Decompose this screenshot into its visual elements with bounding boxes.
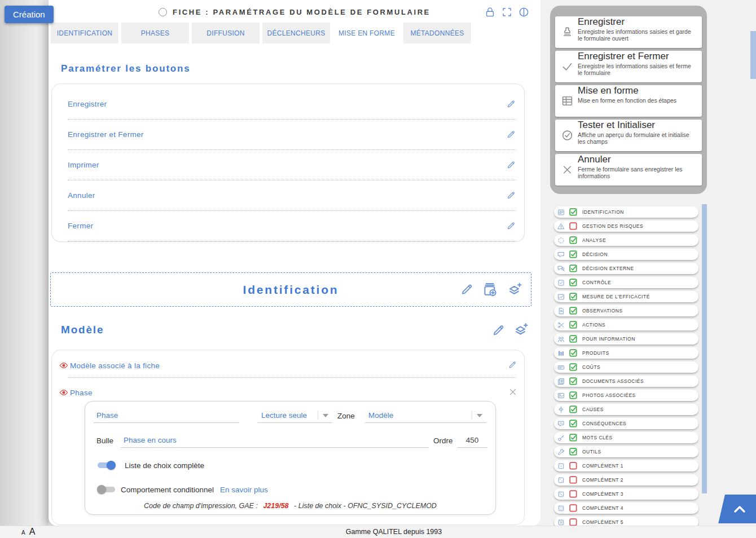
toggle-liste-de-choix-complete[interactable] (98, 462, 115, 468)
checklist-item-consequences[interactable]: CONSÉQUENCES (554, 418, 698, 429)
learn-more-link[interactable]: En savoir plus (220, 486, 268, 494)
pin-icon (557, 406, 565, 413)
checklist-item-complement-4[interactable]: COMPLÉMENT 4 (554, 502, 698, 514)
checkbox-checked-icon[interactable] (569, 307, 577, 315)
checkbox-checked-icon[interactable] (569, 420, 577, 427)
pencil-icon[interactable] (506, 99, 516, 109)
checklist-item-complement-3[interactable]: COMPLÉMENT 3 (554, 488, 698, 500)
checklist-item-identification[interactable]: IDENTIFICATION (554, 206, 698, 218)
checklist-item-mesure-de-l-efficacite[interactable]: MESURE DE L'EFFICACITÉ (554, 291, 698, 302)
creation-button[interactable]: Création (5, 6, 54, 23)
checkbox-unchecked-icon[interactable] (569, 222, 577, 230)
checkbox-checked-icon[interactable] (569, 250, 577, 258)
action-card-enregistrer[interactable]: EnregistrerEnregistre les informations s… (555, 16, 702, 48)
checklist-item-produits[interactable]: PRODUITS (554, 347, 698, 359)
tabbar: IDENTIFICATIONPHASESDIFFUSIONDÉCLENCHEUR… (51, 23, 471, 43)
action-card-tester-et-initialiser[interactable]: Tester et InitialiserAffiche un aperçu d… (555, 120, 702, 151)
action-card-annuler[interactable]: AnnulerFerme le formulaire sans enregist… (555, 154, 702, 186)
checkbox-checked-icon[interactable] (569, 349, 577, 357)
checkbox-checked-icon[interactable] (569, 236, 577, 244)
checklist-item-label: CONTRÔLE (582, 280, 611, 285)
checkbox-checked-icon[interactable] (569, 405, 577, 413)
edit-field-button[interactable] (508, 360, 517, 369)
tab-identification[interactable]: IDENTIFICATION (51, 23, 118, 43)
scissors-icon (557, 321, 565, 329)
lock-icon[interactable] (485, 7, 495, 17)
bubbles-icon (557, 265, 565, 272)
identification-zone[interactable]: Identification (50, 272, 531, 307)
tab-metadonnees[interactable]: MÉTADONNÉES (403, 23, 471, 43)
layers-add-icon[interactable] (507, 282, 522, 297)
action-card-enregistrer-et-fermer[interactable]: Enregistrer et FermerEnregistre les info… (555, 51, 702, 82)
phase-name-input[interactable] (94, 408, 239, 423)
save-icon (561, 27, 573, 38)
tab-diffusion[interactable]: DIFFUSION (192, 23, 260, 43)
tab-declencheurs[interactable]: DÉCLENCHEURS (262, 23, 330, 43)
checkbox-checked-icon[interactable] (569, 448, 577, 456)
action-card-description: Mise en forme en fonction des étapes (578, 97, 696, 104)
checkbox-checked-icon[interactable] (569, 377, 577, 385)
bulle-input[interactable] (121, 433, 429, 448)
pencil-icon[interactable] (506, 221, 516, 231)
checkbox-checked-icon[interactable] (569, 321, 577, 329)
checkbox-unchecked-icon[interactable] (569, 490, 577, 498)
checkbox-unchecked-icon[interactable] (569, 504, 577, 512)
zone-select[interactable]: Modèle (365, 408, 486, 423)
page-scrollbar[interactable] (750, 31, 756, 79)
remove-field-button[interactable] (508, 387, 517, 396)
checklist-item-actions[interactable]: ACTIONS (554, 319, 698, 330)
checkbox-checked-icon[interactable] (569, 264, 577, 272)
checklist-item-causes[interactable]: CAUSES (554, 404, 698, 415)
checklist-item-analyse[interactable]: ANALYSE (554, 235, 698, 246)
checkbox-checked-icon[interactable] (569, 293, 577, 301)
checkbox-unchecked-icon[interactable] (569, 462, 577, 470)
checklist-item-controle[interactable]: CONTRÔLE (554, 277, 698, 288)
warning-icon (557, 223, 565, 230)
checkbox-checked-icon[interactable] (569, 434, 577, 442)
pencil-icon[interactable] (506, 160, 516, 170)
checkbox-checked-icon[interactable] (569, 208, 577, 216)
checklist-item-decision[interactable]: DÉCISION (554, 249, 698, 260)
checklist-item-mots-cles[interactable]: MOTS CLÉS (554, 432, 698, 443)
readonly-select[interactable]: Lecture seule (258, 408, 332, 423)
action-card-mise-en-forme[interactable]: Mise en formeMise en forme en fonction d… (555, 85, 702, 117)
checklist-scrollbar[interactable] (702, 204, 707, 493)
checklist-item-photos-associees[interactable]: PHOTOS ASSOCIÉES (554, 390, 698, 401)
checkbox-unchecked-icon[interactable] (569, 518, 577, 526)
archive-add-icon[interactable] (482, 282, 498, 297)
checkbox-checked-icon[interactable] (569, 391, 577, 399)
tab-phases[interactable]: PHASES (121, 23, 189, 43)
checkbox-unchecked-icon[interactable] (569, 476, 577, 484)
circle-icon (159, 8, 167, 16)
checklist-item-documents-associes[interactable]: DOCUMENTS ASSOCIÉS (554, 376, 698, 387)
fullscreen-icon[interactable] (502, 7, 512, 17)
checklist-item-complement-1[interactable]: COMPLÉMENT 1 (554, 460, 698, 471)
bubble-icon (557, 251, 565, 258)
close-icon (561, 164, 573, 176)
checklist-item-label: DOCUMENTS ASSOCIÉS (582, 378, 644, 384)
checklist-item-gestion-des-risques[interactable]: GESTION DES RISQUES (554, 221, 698, 232)
font-size-small-button[interactable]: A (21, 530, 25, 536)
checklist-item-decision-externe[interactable]: DÉCISION EXTERNE (554, 263, 698, 274)
checklist-item-label: GESTION DES RISQUES (582, 223, 643, 229)
ordre-input[interactable] (457, 433, 487, 448)
checkbox-checked-icon[interactable] (569, 279, 577, 286)
tab-mise-en-forme[interactable]: MISE EN FORME (333, 23, 401, 43)
checkbox-checked-icon[interactable] (569, 363, 577, 371)
checkbox-checked-icon[interactable] (569, 335, 577, 343)
pencil-icon[interactable] (491, 324, 505, 337)
checklist-item-outils[interactable]: OUTILS (554, 446, 698, 457)
pencil-icon[interactable] (460, 283, 473, 297)
checklist-item-label: POUR INFORMATION (582, 336, 635, 342)
back-to-top-button[interactable] (718, 495, 756, 523)
pencil-icon[interactable] (506, 130, 516, 139)
checklist-item-observations[interactable]: OBSERVATIONS (554, 305, 698, 316)
contrast-icon[interactable] (518, 7, 529, 17)
checklist-item-pour-information[interactable]: POUR INFORMATION (554, 333, 698, 345)
checklist-item-couts[interactable]: COÛTS (554, 361, 698, 373)
toggle-comportement-conditionnel[interactable] (98, 487, 115, 492)
action-card-description: Affiche un aperçu du formulaire et initi… (578, 131, 696, 145)
checklist-item-complement-2[interactable]: COMPLÉMENT 2 (554, 474, 698, 486)
layers-add-icon[interactable] (513, 323, 528, 338)
pencil-icon[interactable] (506, 191, 516, 200)
